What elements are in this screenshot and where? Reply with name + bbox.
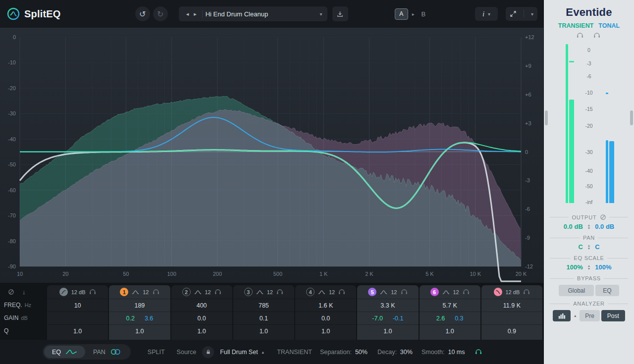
analyzer-post-button[interactable]: Post xyxy=(601,310,625,321)
smooth-value[interactable]: 10 ms xyxy=(448,349,465,356)
eq-graph[interactable]: 0-10-20-30-40-50-60-70-80-90+12+9+6+30-3… xyxy=(0,28,543,283)
band-gain-value[interactable]: -7.0-0.1 xyxy=(357,312,418,324)
bypass-global-button[interactable]: Global xyxy=(559,285,594,296)
headphone-icon[interactable] xyxy=(89,289,96,295)
headphone-icon[interactable] xyxy=(401,289,408,295)
headphone-icon[interactable] xyxy=(276,289,283,295)
preset-next-button[interactable]: ▸ xyxy=(191,11,199,17)
band-q-value[interactable]: 1.0 xyxy=(420,324,480,337)
band-freq-value[interactable]: 5.7 K xyxy=(420,299,480,312)
headphone-icon[interactable] xyxy=(523,289,530,295)
band-gain-value[interactable] xyxy=(47,312,108,324)
headphone-icon[interactable] xyxy=(153,289,159,295)
bell-filter-icon[interactable] xyxy=(194,290,202,295)
band-q-value[interactable]: 0.9 xyxy=(481,324,542,337)
analyzer-display-button[interactable] xyxy=(553,310,571,321)
preset-name[interactable]: Hi End Drum Cleanup xyxy=(206,10,320,18)
ab-a-button[interactable]: A xyxy=(395,8,408,20)
view-pan-button[interactable]: PAN xyxy=(85,346,129,358)
output-transient-value[interactable]: 0.0 dB xyxy=(564,223,583,230)
eq-display[interactable]: 0-10-20-30-40-50-60-70-80-90+12+9+6+30-3… xyxy=(0,28,543,283)
band-highpass-icon[interactable] xyxy=(59,288,68,296)
eq-scale-tonal-value[interactable]: 100% xyxy=(595,263,611,271)
pan-tonal-value[interactable]: C xyxy=(595,243,599,251)
band-gain-value[interactable] xyxy=(481,312,542,324)
source-select[interactable]: Full Drum Set ▴ xyxy=(220,349,264,356)
band-5[interactable]: 5123.3 K-7.0-0.11.0 xyxy=(357,285,418,340)
undo-button[interactable]: ↺ xyxy=(135,6,150,21)
collapse-strip-icon[interactable]: ↓ xyxy=(22,288,26,296)
preset-prev-button[interactable]: ◂ xyxy=(184,11,192,17)
preset-selector[interactable]: ◂ ▸ Hi End Drum Cleanup ▾ xyxy=(179,6,327,21)
separation-value[interactable]: 50% xyxy=(355,349,368,356)
meter-range-slider[interactable] xyxy=(630,110,633,125)
band-gain-value[interactable]: 0.0 xyxy=(295,312,356,324)
band-freq-value[interactable]: 400 xyxy=(171,299,232,312)
band-q-value[interactable]: 1.0 xyxy=(109,324,170,337)
eq-scale-stepper-icon[interactable]: ▲▼ xyxy=(587,264,590,270)
band-lowpass-icon[interactable] xyxy=(494,288,502,296)
band-number-badge[interactable]: 2 xyxy=(182,288,191,296)
band-lowpass[interactable]: 12 dB11.9 K0.9 xyxy=(481,285,542,340)
chevron-down-icon[interactable]: ▾ xyxy=(320,11,322,17)
band-q-value[interactable]: 1.0 xyxy=(47,324,108,337)
band-q-value[interactable]: 1.0 xyxy=(295,324,356,337)
band-gain-value[interactable]: 2.60.3 xyxy=(420,312,480,324)
source-lock-button[interactable] xyxy=(202,346,214,358)
headphone-icon[interactable] xyxy=(577,32,583,39)
bands-bypass-icon[interactable] xyxy=(8,289,14,295)
bell-filter-icon[interactable] xyxy=(256,290,264,295)
tab-transient[interactable]: TRANSIENT xyxy=(558,22,594,29)
band-gain-value[interactable]: 0.1 xyxy=(233,312,294,324)
band-freq-value[interactable]: 1.6 K xyxy=(295,299,356,312)
band-6[interactable]: 6125.7 K2.60.31.0 xyxy=(420,285,480,340)
band-highpass[interactable]: 12 dB101.0 xyxy=(47,285,108,340)
preset-save-button[interactable] xyxy=(332,6,348,21)
redo-button[interactable]: ↻ xyxy=(153,6,168,21)
output-bypass-icon[interactable] xyxy=(600,214,606,220)
band-q-value[interactable]: 1.0 xyxy=(233,324,294,337)
tab-tonal[interactable]: TONAL xyxy=(598,22,620,29)
band-gain-value[interactable]: 0.0 xyxy=(171,312,232,324)
band-freq-value[interactable]: 189 xyxy=(109,299,170,312)
headphone-icon[interactable] xyxy=(338,289,345,295)
band-gain-value[interactable]: 0.23.6 xyxy=(109,312,170,324)
meter-range-slider[interactable] xyxy=(545,110,548,125)
band-number-badge[interactable]: 1 xyxy=(120,288,128,296)
band-freq-value[interactable]: 11.9 K xyxy=(481,299,542,312)
ab-b-button[interactable]: B xyxy=(419,10,428,18)
bell-filter-icon[interactable] xyxy=(318,290,325,295)
analyzer-pre-button[interactable]: Pre xyxy=(580,310,600,321)
pan-transient-value[interactable]: C xyxy=(578,243,582,251)
band-q-value[interactable]: 1.0 xyxy=(171,324,232,337)
bell-filter-icon[interactable] xyxy=(132,290,139,295)
bell-filter-icon[interactable] xyxy=(442,290,450,295)
band-3[interactable]: 3127850.11.0 xyxy=(233,285,294,340)
headphone-icon[interactable] xyxy=(214,289,221,295)
band-number-badge[interactable]: 5 xyxy=(368,288,376,296)
band-number-badge[interactable]: 4 xyxy=(306,288,315,296)
band-freq-value[interactable]: 3.3 K xyxy=(357,299,418,312)
band-number-badge[interactable]: 6 xyxy=(430,288,439,296)
headphone-icon[interactable] xyxy=(463,289,470,295)
band-number-badge[interactable]: 3 xyxy=(244,288,253,296)
band-q-value[interactable]: 1.0 xyxy=(357,324,418,337)
headphone-icon[interactable] xyxy=(593,32,600,39)
view-eq-button[interactable]: EQ xyxy=(44,346,85,358)
transient-audition-headphone-icon[interactable] xyxy=(475,349,482,355)
band-4[interactable]: 4121.6 K0.01.0 xyxy=(295,285,356,340)
band-1[interactable]: 1121890.23.61.0 xyxy=(109,285,170,340)
analyzer-options-arrow-icon[interactable]: ▴ xyxy=(572,313,578,318)
pan-stepper-icon[interactable]: ▲▼ xyxy=(587,244,590,250)
band-freq-value[interactable]: 785 xyxy=(233,299,294,312)
decay-value[interactable]: 30% xyxy=(400,349,413,356)
info-button[interactable]: i ▾ xyxy=(475,7,498,21)
bypass-eq-button[interactable]: EQ xyxy=(595,285,619,296)
source-value[interactable]: Full Drum Set xyxy=(220,349,258,356)
band-freq-value[interactable]: 10 xyxy=(47,299,108,312)
resize-menu-button[interactable]: ▾ xyxy=(506,7,537,21)
eq-scale-transient-value[interactable]: 100% xyxy=(567,263,583,271)
band-2[interactable]: 2124000.01.0 xyxy=(171,285,232,340)
output-stepper-icon[interactable]: ▲▼ xyxy=(587,224,590,229)
ab-copy-arrow-icon[interactable]: ▸ xyxy=(412,11,415,17)
